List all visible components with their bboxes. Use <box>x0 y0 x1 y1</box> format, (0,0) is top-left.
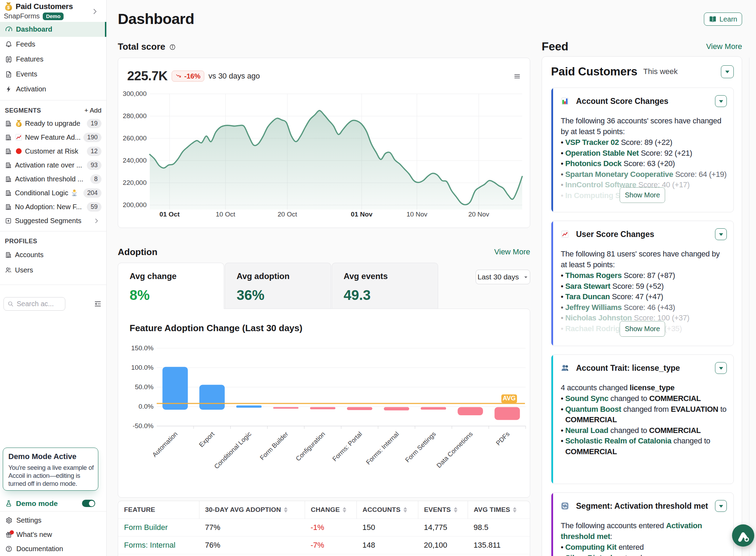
sidebar-segment-item[interactable]: New Feature Ad... 190 <box>0 130 106 144</box>
svg-text:Export: Export <box>197 430 216 449</box>
table-header-events[interactable]: EVENTS <box>418 501 468 518</box>
sidebar-segment-item[interactable]: $Ready to upgrade 19 <box>0 116 106 130</box>
chart-up-emoji-icon <box>15 133 23 141</box>
table-header-30-day-avg-adoption[interactable]: 30-DAY AVG ADOPTION <box>199 501 305 518</box>
segment-count-badge: 12 <box>87 147 101 156</box>
svg-text:Forms: Portal: Forms: Portal <box>331 430 363 463</box>
sidebar-item-suggested-segments[interactable]: Suggested Segments <box>0 214 106 228</box>
svg-text:Form Builder: Form Builder <box>258 430 290 461</box>
file-icon <box>5 71 13 78</box>
table-header-accounts[interactable]: ACCOUNTS <box>356 501 418 518</box>
sidebar-segment-item[interactable]: Activation rate over ... 93 <box>0 158 106 172</box>
sidebar-item-documentation[interactable]: Documentation <box>0 542 106 556</box>
delta-badge: -16% <box>172 71 204 82</box>
feed-event-card: Account Score Changes The following 36 a… <box>551 88 734 212</box>
demo-callout-body: You're seeing a live example of Accoil i… <box>8 464 94 488</box>
sidebar-item-settings[interactable]: Settings <box>0 513 106 528</box>
feed-card-heading: Account Score Changes <box>576 97 668 106</box>
demo-mode-label: Demo mode <box>16 499 58 508</box>
building-icon <box>5 189 12 197</box>
workspace-switcher[interactable]: $ Paid Customers SnapForms Demo <box>0 0 106 22</box>
range-select[interactable]: Last 30 days <box>476 270 530 284</box>
feed-event-card: Segment: Activation threshold met The fo… <box>551 492 734 556</box>
table-header-avg-times[interactable]: AVG TIMES <box>468 501 530 518</box>
demo-mode-toggle[interactable] <box>82 500 95 507</box>
card-accent-bar <box>551 493 553 556</box>
sort-icon[interactable] <box>454 507 458 513</box>
feature-link[interactable]: Forms: Internal <box>118 536 199 554</box>
gauge-icon <box>5 25 13 33</box>
feed-bullet: Thomas Rogers Score: 87 (+87) <box>561 270 727 281</box>
sidebar-item-features[interactable]: Features <box>0 52 106 67</box>
sidebar-segment-item[interactable]: Customer at Risk 12 <box>0 144 106 158</box>
table-cell: 76% <box>199 536 305 554</box>
card-dropdown-button[interactable] <box>715 95 727 107</box>
sidebar-item-feeds[interactable]: Feeds <box>0 37 106 52</box>
feature-adoption-card: Feature Adoption Change (Last 30 days) 1… <box>118 309 530 498</box>
feed-bullet: Sara Stewart Score: 59 (+52) <box>561 281 727 292</box>
card-dropdown-button[interactable] <box>715 500 727 512</box>
feed-bullet: Neural Load changed to COMMERCIAL <box>561 425 727 436</box>
svg-text:200,000: 200,000 <box>123 201 147 208</box>
info-icon[interactable] <box>169 44 176 50</box>
money-bag-emoji-icon: $ <box>15 120 23 127</box>
sort-icon[interactable] <box>403 507 407 513</box>
sidebar-segment-item[interactable]: No Adoption: New F... 59 <box>0 200 106 214</box>
sidebar-segment-item[interactable]: Activation threshold ... 8 <box>0 172 106 186</box>
card-accent-bar <box>551 221 553 346</box>
svg-text:0.0%: 0.0% <box>139 403 154 410</box>
sidebar-item-label: Dashboard <box>16 25 52 33</box>
total-score-value: 225.7K <box>127 69 167 83</box>
svg-text:20 Oct: 20 Oct <box>278 211 297 218</box>
sidebar-item-events[interactable]: Events <box>0 67 106 82</box>
feed-heading: Feed <box>542 40 568 53</box>
tab-value: 49.3 <box>344 287 438 303</box>
show-more-button[interactable]: Show More <box>619 321 665 337</box>
sidebar-item-dashboard[interactable]: Dashboard <box>0 22 106 37</box>
feed-card-summary: The following 36 accounts' scores have c… <box>561 115 727 137</box>
no-gesture-emoji-icon <box>71 189 78 197</box>
collapse-sidebar-icon[interactable] <box>94 300 102 308</box>
card-dropdown-button[interactable] <box>715 228 727 240</box>
show-more-button[interactable]: Show More <box>619 187 665 203</box>
feature-link[interactable]: Form Builder <box>118 518 199 536</box>
building-icon <box>5 175 12 183</box>
learn-button[interactable]: Learn <box>704 13 742 26</box>
sort-icon[interactable] <box>513 507 517 513</box>
feed-card-title: Paid Customers <box>551 65 637 78</box>
bar-chart-emoji-icon <box>561 97 569 105</box>
card-dropdown-button[interactable] <box>715 362 727 374</box>
divider <box>0 511 106 512</box>
sort-icon[interactable] <box>343 507 346 513</box>
adoption-tab-avg-change[interactable]: Avg change8% <box>118 263 224 309</box>
adoption-tab-avg-adoption[interactable]: Avg adoption36% <box>225 263 331 309</box>
accoil-chat-button[interactable] <box>732 524 754 547</box>
feed-card-heading: Account Trait: license_type <box>576 363 680 373</box>
feed-event-card: User Score Changes The following 81 user… <box>551 221 734 346</box>
feed-dropdown-button[interactable] <box>721 65 734 78</box>
adoption-view-more-link[interactable]: View More <box>494 247 530 256</box>
add-segment-button[interactable]: + Add <box>84 107 101 114</box>
sidebar-segment-item[interactable]: Conditional Logic 204 <box>0 186 106 200</box>
svg-text:50.0%: 50.0% <box>135 383 154 391</box>
feed-bullet-list: Computing Kit enteredSilver Biotech ente… <box>561 542 727 556</box>
feed-bullet: VSP Tracker 02 Score: 89 (+22) <box>561 137 727 148</box>
sort-icon[interactable] <box>284 507 288 513</box>
sidebar-item-accounts[interactable]: Accounts <box>0 247 106 262</box>
svg-text:Automation: Automation <box>151 430 179 458</box>
adoption-tab-avg-events[interactable]: Avg events49.3 <box>332 263 438 309</box>
feed-bullet: Sound Sync changed to COMMERCIAL <box>561 393 727 404</box>
sidebar-item-label: Activation <box>16 85 46 93</box>
chevron-right-icon[interactable] <box>91 8 99 15</box>
sidebar-footer: SettingsWhat's newDocumentation <box>0 513 106 556</box>
sidebar-item-what-s-new[interactable]: What's new <box>0 528 106 542</box>
sidebar-item-label: Settings <box>16 516 41 524</box>
sidebar-item-users[interactable]: Users <box>0 262 106 278</box>
search-input[interactable]: Search ac... <box>3 297 65 311</box>
sidebar-item-activation[interactable]: Activation <box>0 82 106 97</box>
feed-view-more-link[interactable]: View More <box>706 42 742 51</box>
table-header-change[interactable]: CHANGE <box>305 501 356 518</box>
feed-bullet: Tara Duncan Score: 47 (+47) <box>561 292 727 302</box>
svg-text:Conditional Logic: Conditional Logic <box>213 430 253 470</box>
chart-menu-icon[interactable] <box>513 73 521 80</box>
